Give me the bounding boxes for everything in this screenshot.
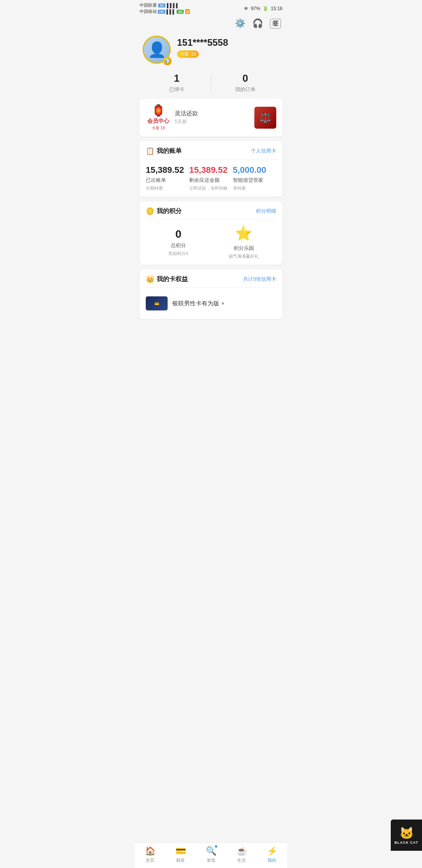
card-thumb-icon: 💳 [154, 301, 159, 306]
points-total-label: 总积分 [171, 242, 186, 249]
bill-sub-remaining: 立即还款，实时到账 [189, 185, 228, 191]
stats-row: 1 已绑卡 0 我的订单 [135, 70, 287, 99]
badge-4g: 4G [177, 10, 184, 14]
member-thumb: ⚖️ [254, 107, 276, 129]
member-banner[interactable]: 🏮 会员中心 卡星 19 灵活还款 5天前 ⚖️ [139, 99, 283, 136]
member-info: 灵活还款 5天前 [175, 110, 250, 125]
avatar-wrapper[interactable]: 👤 💎 [143, 36, 171, 64]
bill-divider [146, 159, 276, 160]
points-total-sub: 奖励积分0 [168, 251, 188, 256]
points-title: 🪙 我的积分 [146, 207, 182, 215]
member-logo-text: 会员中心 [147, 118, 169, 125]
bill-item-billed[interactable]: 15,389.52 已出账单 分期特惠 [146, 165, 189, 191]
points-title-text: 我的积分 [157, 207, 182, 215]
signal2-icon: ▌▌▌ [166, 9, 175, 14]
wifi-icon: 📶 [185, 9, 190, 14]
member-time: 5天前 [175, 118, 250, 125]
card-thumbnail: 💳 [146, 296, 168, 310]
points-section-header: 🪙 我的积分 积分明细 [146, 207, 276, 215]
profile-phone: 151****5558 [177, 37, 279, 48]
points-park-label: 积分乐园 [234, 245, 254, 252]
benefits-title: 👑 我的卡权益 [146, 275, 188, 283]
time-label: 15:16 [271, 6, 283, 11]
orders-value: 0 [243, 72, 248, 84]
benefits-icon: 👑 [146, 275, 154, 283]
card-item-row[interactable]: 💳 银联男性卡有为版 ▼ [146, 293, 276, 314]
avatar-icon: 👤 [148, 41, 166, 58]
profile-info: 151****5558 卡星: 19 [177, 36, 279, 58]
member-thumb-icon: ⚖️ [259, 112, 271, 123]
benefits-divider [146, 287, 276, 288]
carrier2-label: 中国移动 [139, 9, 157, 14]
bill-label-loan: 智能借贷管家 [233, 177, 263, 184]
stat-bound-cards[interactable]: 1 已绑卡 [143, 72, 211, 93]
battery-icon: 🔋 [263, 6, 268, 11]
points-icon: 🪙 [146, 207, 154, 215]
bill-grid: 15,389.52 已出账单 分期特惠 15,389.52 剩余应还金额 立即还… [146, 165, 276, 191]
points-grid: 0 总积分 奖励积分0 ⭐ 积分乐园 福气满满赢好礼 [146, 225, 276, 259]
bill-sub-loan: 享特惠 [233, 185, 246, 191]
points-card: 🪙 我的积分 积分明细 0 总积分 奖励积分0 ⭐ 积分乐园 福气满满赢好礼 [139, 201, 283, 265]
bill-title-text: 我的账单 [157, 147, 182, 155]
badge-3g: 3G [158, 4, 165, 7]
member-title: 灵活还款 [175, 110, 250, 117]
bill-amount-remaining: 15,389.52 [189, 165, 227, 175]
card-name-text: 银联男性卡有为版 [172, 300, 219, 307]
bound-cards-value: 1 [174, 72, 179, 84]
points-divider [146, 219, 276, 220]
carrier1-label: 中国联通 [139, 2, 157, 8]
benefits-link[interactable]: 共计3张信用卡 [243, 276, 276, 283]
bill-icon: 📋 [146, 147, 154, 155]
diamond-icon: 💎 [165, 58, 170, 64]
benefits-title-text: 我的卡权益 [157, 275, 188, 283]
signal-icon: ▌▌▌▌ [167, 3, 179, 8]
bound-cards-label: 已绑卡 [169, 86, 184, 93]
bill-item-loan[interactable]: 5,000.00 智能借贷管家 享特惠 [233, 165, 276, 191]
member-logo: 🏮 会员中心 卡星 19 [146, 104, 171, 131]
top-action-bar: ⚙️ 🎧 签 [135, 16, 287, 32]
chevron-down-icon: ▼ [221, 301, 225, 306]
orders-label: 我的订单 [235, 86, 256, 93]
stat-orders[interactable]: 0 我的订单 [211, 72, 280, 93]
settings-button[interactable]: ⚙️ [235, 18, 245, 29]
benefits-card: 👑 我的卡权益 共计3张信用卡 💳 银联男性卡有为版 ▼ [139, 269, 283, 319]
points-park[interactable]: ⭐ 积分乐园 福气满满赢好礼 [211, 225, 276, 259]
benefits-section-header: 👑 我的卡权益 共计3张信用卡 [146, 275, 276, 283]
points-park-icon: ⭐ [235, 225, 252, 242]
bill-link[interactable]: 个人信用卡 [251, 147, 276, 154]
points-total[interactable]: 0 总积分 奖励积分0 [146, 228, 211, 256]
card-star-badge: 卡星: 19 [177, 50, 199, 58]
card-star-label: 卡星: 19 [180, 51, 196, 57]
bill-amount-loan: 5,000.00 [233, 165, 266, 175]
points-total-value: 0 [175, 228, 182, 240]
points-park-sub: 福气满满赢好礼 [229, 253, 259, 259]
carrier-info: 中国联通 3G ▌▌▌▌ 中国移动 HD ▌▌▌ 4G 📶 [139, 2, 190, 14]
bill-label-billed: 已出账单 [146, 177, 166, 184]
card-item-name: 银联男性卡有为版 ▼ [172, 300, 225, 307]
sign-button[interactable]: 签 [270, 19, 281, 29]
bill-section-header: 📋 我的账单 个人信用卡 [146, 147, 276, 155]
bill-sub-billed: 分期特惠 [146, 185, 163, 191]
eye-icon: 👁 [244, 6, 249, 11]
service-button[interactable]: 🎧 [252, 18, 263, 29]
battery-label: 97% [251, 6, 260, 11]
bill-title: 📋 我的账单 [146, 147, 182, 155]
member-logo-icon: 🏮 [152, 104, 165, 117]
status-bar: 中国联通 3G ▌▌▌▌ 中国移动 HD ▌▌▌ 4G 📶 👁 97% 🔋 15… [135, 0, 287, 16]
bill-card: 📋 我的账单 个人信用卡 15,389.52 已出账单 分期特惠 15,389.… [139, 141, 283, 197]
profile-section: 👤 💎 151****5558 卡星: 19 [135, 32, 287, 70]
bill-item-remaining[interactable]: 15,389.52 剩余应还金额 立即还款，实时到账 [189, 165, 232, 191]
points-link[interactable]: 积分明细 [256, 208, 276, 215]
bill-amount-billed: 15,389.52 [146, 165, 184, 175]
status-right: 👁 97% 🔋 15:16 [244, 6, 283, 11]
avatar-badge: 💎 [163, 57, 172, 65]
bill-label-remaining: 剩余应还金额 [189, 177, 220, 184]
badge-hd: HD [158, 10, 165, 14]
member-logo-sub: 卡星 19 [152, 126, 165, 131]
